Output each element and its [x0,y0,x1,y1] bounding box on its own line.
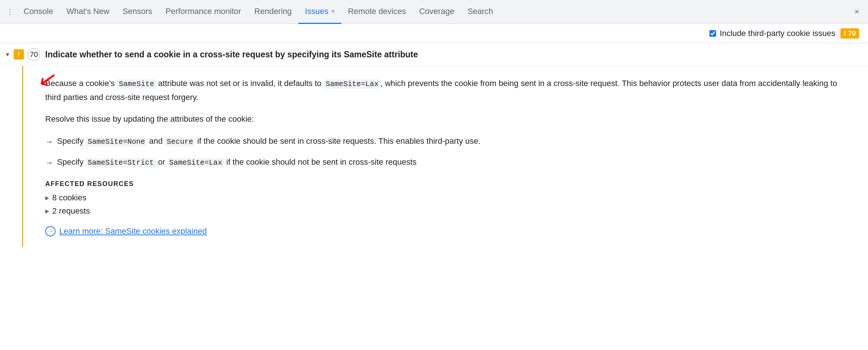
tab-bar: ⋮ Console What's New Sensors Performance… [0,0,868,24]
issue-count-badge: ! 70 [840,28,859,39]
issue-point-1-text: Specify SameSite=None and Secure if the … [57,134,480,148]
code-samesite: SameSite [117,79,156,89]
learn-more-link[interactable]: Learn more: SameSite cookies explained [59,226,207,236]
tab-coverage-label: Coverage [419,7,454,16]
tab-issues-label: Issues [305,7,328,16]
toolbar: Include third-party cookie issues ! 70 [0,24,868,43]
issue-body: Because a cookie's SameSite attribute wa… [22,66,868,247]
main-content: ↙ ▾ ! 70 Indicate whether to send a cook… [0,43,868,350]
third-party-checkbox-label: Include third-party cookie issues [720,29,835,38]
code-samesite-none: SameSite=None [86,137,147,146]
issue-title: Indicate whether to send a cookie in a c… [45,50,418,60]
tab-whats-new[interactable]: What's New [60,0,116,24]
tab-console-label: Console [24,7,53,16]
issue-point-2: → Specify SameSite=Strict or SameSite=La… [45,155,846,169]
issue-header[interactable]: ▾ ! 70 Indicate whether to send a cookie… [0,43,868,66]
issue-count-circle: 70 [28,48,40,61]
panel-close-button[interactable]: × [849,7,865,17]
tab-search-label: Search [467,7,493,16]
affected-resources-section: AFFECTED RESOURCES ▶ 8 cookies ▶ 2 reque… [45,180,846,216]
code-samesite-lax-2: SameSite=Lax [167,158,224,167]
issue-count-number: 70 [848,29,856,38]
more-options-icon[interactable]: ⋮ [3,8,17,16]
tab-remote-devices-label: Remote devices [348,7,406,16]
issue-point-1: → Specify SameSite=None and Secure if th… [45,134,846,149]
code-samesite-strict: SameSite=Strict [86,158,156,167]
resource-requests-label: 2 requests [52,206,90,216]
triangle-icon-cookies: ▶ [45,195,49,201]
resource-cookies-label: 8 cookies [52,193,86,203]
learn-more-icon: → [45,226,56,236]
code-secure: Secure [165,137,195,146]
resource-requests[interactable]: ▶ 2 requests [45,206,846,216]
tab-rendering-label: Rendering [255,7,292,16]
third-party-checkbox-area: Include third-party cookie issues [709,29,835,38]
tab-rendering[interactable]: Rendering [248,0,299,24]
arrow-symbol-1: → [45,135,53,149]
tab-issues-close[interactable]: × [331,8,335,14]
tab-console[interactable]: Console [17,0,60,24]
tab-issues[interactable]: Issues × [298,0,341,24]
learn-more-row: → Learn more: SameSite cookies explained [45,226,846,236]
affected-resources-title: AFFECTED RESOURCES [45,180,846,188]
warning-icon: ! [844,29,846,38]
tab-whats-new-label: What's New [67,7,110,16]
arrow-symbol-2: → [45,156,53,169]
issue-warning-icon: ! [14,49,24,60]
tab-sensors[interactable]: Sensors [116,0,159,24]
issue-resolve-para: Resolve this issue by updating the attri… [45,112,846,126]
tab-performance-monitor[interactable]: Performance monitor [159,0,248,24]
tab-sensors-label: Sensors [122,7,152,16]
tab-coverage[interactable]: Coverage [413,0,461,24]
tab-remote-devices[interactable]: Remote devices [341,0,413,24]
resource-cookies[interactable]: ▶ 8 cookies [45,193,846,203]
issue-description-para1: Because a cookie's SameSite attribute wa… [45,76,846,104]
code-samesite-lax: SameSite=Lax [324,79,380,89]
third-party-checkbox[interactable] [709,30,716,37]
tab-search[interactable]: Search [461,0,500,24]
tab-performance-monitor-label: Performance monitor [166,7,241,16]
triangle-icon-requests: ▶ [45,208,49,214]
chevron-down-icon: ▾ [6,50,9,58]
issue-point-2-text: Specify SameSite=Strict or SameSite=Lax … [57,155,417,169]
